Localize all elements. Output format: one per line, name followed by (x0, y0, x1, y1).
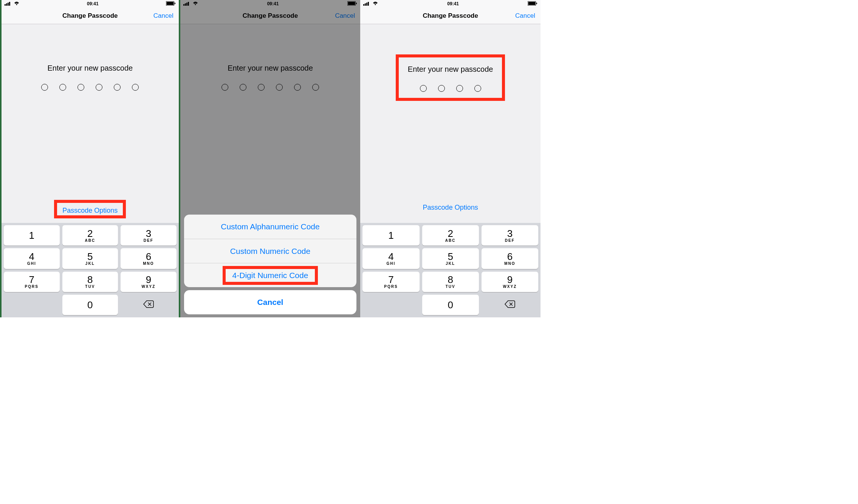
key-4[interactable]: 4GHI (362, 248, 419, 269)
key-backspace[interactable] (482, 295, 538, 315)
cancel-button[interactable]: Cancel (153, 8, 173, 24)
key-4[interactable]: 4GHI (4, 248, 60, 269)
nav-bar: Change Passcode Cancel (360, 8, 541, 24)
wifi-icon (372, 1, 378, 7)
status-bar: 09:41 (360, 0, 541, 8)
svg-rect-14 (363, 4, 364, 6)
key-empty (362, 295, 419, 315)
signal-icon (5, 1, 11, 7)
backspace-icon (143, 300, 154, 309)
passcode-options-link[interactable]: Passcode Options (423, 204, 478, 212)
key-5[interactable]: 5JKL (422, 248, 479, 269)
nav-title: Change Passcode (62, 12, 118, 20)
dot (41, 84, 48, 91)
passcode-dots (41, 84, 139, 91)
dot (77, 84, 84, 91)
key-8[interactable]: 8TUV (62, 272, 118, 292)
highlight-prompt-dots: Enter your new passcode (396, 54, 505, 101)
svg-rect-17 (368, 2, 369, 6)
svg-rect-6 (175, 3, 175, 4)
option-custom-alphanumeric[interactable]: Custom Alphanumeric Code (184, 215, 357, 239)
nav-title: Change Passcode (423, 12, 478, 20)
cancel-button[interactable]: Cancel (515, 8, 535, 24)
action-sheet-options: Custom Alphanumeric Code Custom Numeric … (184, 215, 357, 287)
action-sheet: Custom Alphanumeric Code Custom Numeric … (184, 215, 357, 314)
option-4-digit-row[interactable]: 4-Digit Numeric Code (184, 263, 357, 287)
key-7[interactable]: 7PQRS (4, 272, 60, 292)
dot (438, 85, 445, 92)
dot (96, 84, 102, 91)
dot (456, 85, 463, 92)
svg-rect-0 (5, 4, 6, 6)
svg-rect-1 (6, 3, 7, 6)
svg-rect-16 (366, 3, 367, 6)
option-4-digit-label: 4-Digit Numeric Code (232, 271, 308, 280)
key-7[interactable]: 7PQRS (362, 272, 419, 292)
passcode-options-link[interactable]: Passcode Options (62, 207, 118, 214)
svg-rect-20 (536, 3, 537, 4)
prompt-text: Enter your new passcode (408, 65, 493, 74)
backspace-icon (505, 300, 515, 309)
key-8[interactable]: 8TUV (422, 272, 479, 292)
numeric-keypad: 1 2ABC 3DEF 4GHI 5JKL 6MNO 7PQRS 8TUV 9W… (2, 223, 179, 317)
screen-3: 09:41 Change Passcode Cancel Enter your … (360, 0, 541, 317)
signal-icon (363, 1, 370, 7)
key-2[interactable]: 2ABC (422, 225, 479, 246)
key-0[interactable]: 0 (422, 295, 479, 315)
dot (114, 84, 121, 91)
key-1[interactable]: 1 (4, 225, 60, 246)
key-3[interactable]: 3DEF (482, 225, 538, 246)
battery-icon (166, 1, 176, 7)
key-1[interactable]: 1 (362, 225, 419, 246)
prompt-text: Enter your new passcode (47, 64, 133, 73)
key-5[interactable]: 5JKL (62, 248, 118, 269)
status-time: 09:41 (447, 1, 459, 6)
content-area: Enter your new passcode Passcode Options (360, 24, 541, 223)
key-6[interactable]: 6MNO (482, 248, 538, 269)
action-sheet-cancel[interactable]: Cancel (184, 290, 357, 314)
key-backspace[interactable] (121, 295, 177, 315)
key-6[interactable]: 6MNO (121, 248, 177, 269)
key-9[interactable]: 9WXYZ (121, 272, 177, 292)
content-area: Enter your new passcode Passcode Options (2, 24, 179, 223)
svg-rect-19 (528, 2, 535, 5)
key-empty (4, 295, 60, 315)
dot (474, 85, 481, 92)
svg-rect-3 (9, 2, 10, 6)
key-0[interactable]: 0 (62, 295, 118, 315)
passcode-dots (420, 85, 481, 92)
nav-bar: Change Passcode Cancel (2, 8, 179, 24)
screen-2: 09:41 Change Passcode Cancel Enter your … (180, 0, 361, 317)
status-bar: 09:41 (2, 0, 179, 8)
dot (59, 84, 66, 91)
status-time: 09:41 (87, 1, 99, 6)
battery-icon (528, 1, 537, 7)
dot (420, 85, 427, 92)
key-3[interactable]: 3DEF (121, 225, 177, 246)
wifi-icon (14, 1, 20, 7)
highlight-4-digit: 4-Digit Numeric Code (223, 266, 318, 285)
svg-rect-5 (166, 2, 173, 5)
dot (132, 84, 139, 91)
highlight-passcode-options: Passcode Options (54, 200, 126, 218)
key-9[interactable]: 9WXYZ (482, 272, 538, 292)
svg-rect-2 (8, 3, 9, 6)
key-2[interactable]: 2ABC (62, 225, 118, 246)
option-custom-numeric[interactable]: Custom Numeric Code (184, 239, 357, 263)
screen-1: 09:41 Change Passcode Cancel Enter your … (0, 0, 180, 317)
numeric-keypad: 1 2ABC 3DEF 4GHI 5JKL 6MNO 7PQRS 8TUV 9W… (360, 223, 541, 317)
svg-rect-15 (365, 3, 366, 6)
